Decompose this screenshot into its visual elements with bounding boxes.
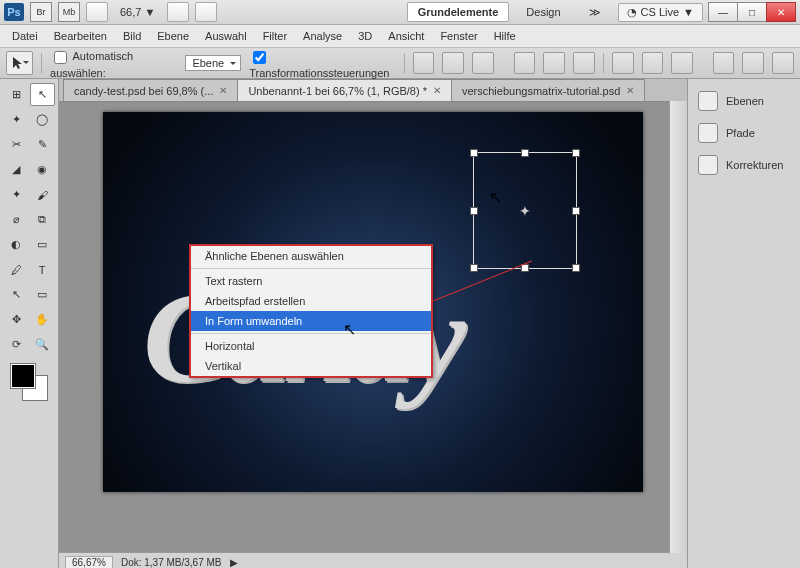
handle-icon[interactable] bbox=[470, 149, 478, 157]
workspace-grundelemente[interactable]: Grundelemente bbox=[407, 2, 510, 22]
menu-auswahl[interactable]: Auswahl bbox=[197, 25, 255, 47]
menu-datei[interactable]: Datei bbox=[4, 25, 46, 47]
tool-button[interactable]: ⌀ bbox=[4, 208, 29, 231]
tool-button[interactable]: ◉ bbox=[30, 158, 55, 181]
status-arrow-icon[interactable]: ▶ bbox=[230, 557, 238, 568]
align-vcenter-button[interactable] bbox=[442, 52, 464, 74]
menu-3d[interactable]: 3D bbox=[350, 25, 380, 47]
close-button[interactable]: ✕ bbox=[766, 2, 796, 22]
transform-bounding-box[interactable]: ✦ bbox=[473, 152, 577, 269]
tool-button[interactable]: ◢ bbox=[4, 158, 29, 181]
align-hcenter-button[interactable] bbox=[543, 52, 565, 74]
distribute-1-button[interactable] bbox=[612, 52, 634, 74]
menu-bild[interactable]: Bild bbox=[115, 25, 149, 47]
tool-button[interactable]: ⧉ bbox=[30, 208, 55, 231]
menu-filter[interactable]: Filter bbox=[255, 25, 295, 47]
close-icon[interactable]: ✕ bbox=[626, 85, 634, 96]
tool-button[interactable]: ✦ bbox=[4, 108, 29, 131]
minibridge-button[interactable]: Mb bbox=[58, 2, 80, 22]
auto-select-dropdown[interactable]: Ebene bbox=[185, 55, 241, 71]
distribute-2-button[interactable] bbox=[642, 52, 664, 74]
workspace-design[interactable]: Design bbox=[515, 2, 571, 22]
workspace: ⊞↖✦◯✂✎◢◉✦🖌⌀⧉◐▭🖊T↖▭✥✋⟳🔍 candy-test.psd be… bbox=[0, 79, 800, 568]
tab-label: verschiebungsmatrix-tutorial.psd bbox=[462, 85, 620, 97]
bridge-button[interactable]: Br bbox=[30, 2, 52, 22]
context-menu-item[interactable]: Arbeitspfad erstellen bbox=[191, 291, 431, 311]
menu-ebene[interactable]: Ebene bbox=[149, 25, 197, 47]
maximize-button[interactable]: □ bbox=[737, 2, 767, 22]
zoom-level[interactable]: 66,7 ▼ bbox=[114, 6, 161, 18]
status-zoom[interactable]: 66,67% bbox=[65, 556, 113, 569]
align-bottom-button[interactable] bbox=[472, 52, 494, 74]
view-extras-button[interactable] bbox=[86, 2, 108, 22]
context-menu-item[interactable]: In Form umwandeln bbox=[191, 311, 431, 331]
cs-live-button[interactable]: ◔CS Live▼ bbox=[618, 3, 703, 22]
minimize-button[interactable]: — bbox=[708, 2, 738, 22]
menu-ansicht[interactable]: Ansicht bbox=[380, 25, 432, 47]
close-icon[interactable]: ✕ bbox=[219, 85, 227, 96]
menu-fenster[interactable]: Fenster bbox=[432, 25, 485, 47]
tab-label: Unbenannt-1 bei 66,7% (1, RGB/8) * bbox=[248, 85, 427, 97]
document-tab[interactable]: candy-test.psd bei 69,8% (...✕ bbox=[63, 79, 238, 101]
context-menu-item[interactable]: Horizontal bbox=[191, 336, 431, 356]
document-tab[interactable]: Unbenannt-1 bei 66,7% (1, RGB/8) *✕ bbox=[237, 79, 452, 101]
tool-button[interactable]: ◯ bbox=[30, 108, 55, 131]
distribute-3-button[interactable] bbox=[671, 52, 693, 74]
panel-korrekturen[interactable]: Korrekturen bbox=[688, 149, 800, 181]
tool-preset-button[interactable] bbox=[6, 51, 33, 75]
auto-select-checkbox[interactable]: Automatisch auswählen: bbox=[50, 48, 177, 79]
options-bar: Automatisch auswählen: Ebene Transformat… bbox=[0, 48, 800, 79]
tool-button[interactable]: 🔍 bbox=[30, 333, 55, 356]
anchor-icon: ✦ bbox=[519, 203, 531, 219]
distribute-6-button[interactable] bbox=[772, 52, 794, 74]
panel-icon bbox=[698, 123, 718, 143]
tool-button[interactable]: ✋ bbox=[30, 308, 55, 331]
align-right-button[interactable] bbox=[573, 52, 595, 74]
menu-hilfe[interactable]: Hilfe bbox=[486, 25, 524, 47]
tool-button[interactable]: ✂ bbox=[4, 133, 29, 156]
tool-button[interactable]: 🖌 bbox=[30, 183, 55, 206]
tool-button[interactable]: ◐ bbox=[4, 233, 29, 256]
tool-button[interactable]: T bbox=[30, 258, 55, 281]
screen-mode-button[interactable] bbox=[195, 2, 217, 22]
handle-icon[interactable] bbox=[470, 264, 478, 272]
context-menu-item[interactable]: Ähnliche Ebenen auswählen bbox=[191, 246, 431, 266]
handle-icon[interactable] bbox=[572, 149, 580, 157]
canvas-wrapper[interactable]: Candy ✦ Ähnliche Ebenen auswählenText r bbox=[59, 102, 687, 552]
handle-icon[interactable] bbox=[521, 149, 529, 157]
tool-button[interactable]: ▭ bbox=[30, 233, 55, 256]
tool-button[interactable]: ↖ bbox=[30, 83, 55, 106]
tool-button[interactable]: ⊞ bbox=[4, 83, 29, 106]
arrange-button[interactable] bbox=[167, 2, 189, 22]
handle-icon[interactable] bbox=[572, 207, 580, 215]
tool-button[interactable]: ✎ bbox=[30, 133, 55, 156]
tool-button[interactable]: ✥ bbox=[4, 308, 29, 331]
color-swatches[interactable] bbox=[11, 364, 47, 400]
distribute-4-button[interactable] bbox=[713, 52, 735, 74]
tool-button[interactable]: ⟳ bbox=[4, 333, 29, 356]
tool-button[interactable]: 🖊 bbox=[4, 258, 29, 281]
panel-ebenen[interactable]: Ebenen bbox=[688, 85, 800, 117]
menu-bearbeiten[interactable]: Bearbeiten bbox=[46, 25, 115, 47]
align-left-button[interactable] bbox=[514, 52, 536, 74]
transform-controls-checkbox[interactable]: Transformationssteuerungen bbox=[249, 48, 396, 79]
document-tab[interactable]: verschiebungsmatrix-tutorial.psd✕ bbox=[451, 79, 645, 101]
context-menu-item[interactable]: Vertikal bbox=[191, 356, 431, 376]
tool-button[interactable]: ✦ bbox=[4, 183, 29, 206]
vertical-scrollbar[interactable] bbox=[669, 101, 687, 553]
panel-pfade[interactable]: Pfade bbox=[688, 117, 800, 149]
handle-icon[interactable] bbox=[572, 264, 580, 272]
workspace-more-button[interactable]: ≫ bbox=[578, 2, 612, 23]
align-top-button[interactable] bbox=[413, 52, 435, 74]
status-bar: 66,67% Dok: 1,37 MB/3,67 MB ▶ bbox=[59, 552, 687, 568]
distribute-5-button[interactable] bbox=[742, 52, 764, 74]
menu-analyse[interactable]: Analyse bbox=[295, 25, 350, 47]
close-icon[interactable]: ✕ bbox=[433, 85, 441, 96]
panel-icon bbox=[698, 91, 718, 111]
tool-button[interactable]: ↖ bbox=[4, 283, 29, 306]
fg-swatch[interactable] bbox=[11, 364, 35, 388]
window-controls: — □ ✕ bbox=[709, 2, 796, 22]
context-menu-item[interactable]: Text rastern bbox=[191, 271, 431, 291]
tool-button[interactable]: ▭ bbox=[30, 283, 55, 306]
handle-icon[interactable] bbox=[470, 207, 478, 215]
